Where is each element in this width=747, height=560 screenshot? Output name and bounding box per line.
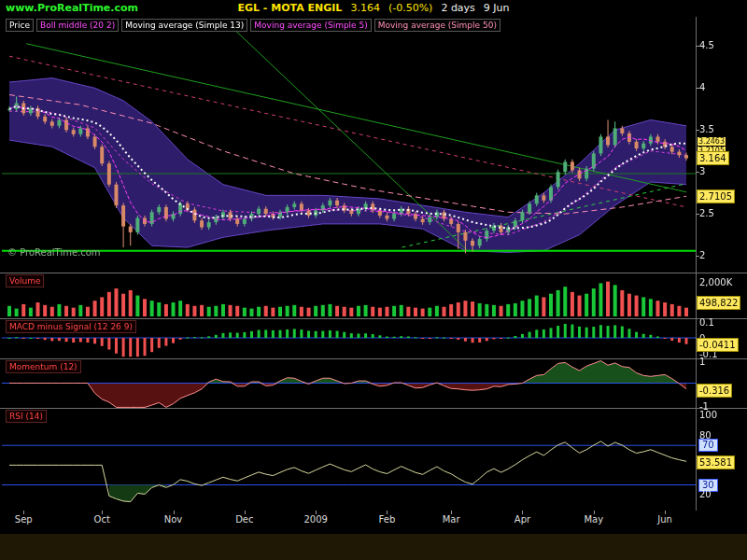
- x-axis-tick: [665, 511, 666, 514]
- symbol-name: EGL - MOTA ENGIL: [237, 2, 342, 14]
- macd-badge: -0.0411: [697, 338, 739, 352]
- x-axis-label: 2009: [302, 514, 330, 525]
- boll-middle-value-badge: 3.2463: [698, 137, 726, 146]
- legend-item[interactable]: Moving average (Simple 50): [374, 19, 500, 32]
- volume-chart-canvas[interactable]: [0, 273, 696, 318]
- volume-axis-label: 2,000K: [699, 277, 732, 287]
- bottom-margin: [0, 534, 747, 560]
- last-price-badge: 3.164: [697, 151, 729, 165]
- price-chart-canvas[interactable]: [0, 17, 696, 273]
- panel-separator: [0, 318, 747, 319]
- price-legend: PriceBoll middle (20 2)Moving average (S…: [6, 19, 500, 32]
- x-axis-label: Feb: [373, 514, 401, 525]
- x-axis-label: Dec: [231, 514, 259, 525]
- copyright-watermark: © ProRealTime.com: [7, 247, 101, 258]
- x-axis-label: Oct: [88, 514, 116, 525]
- price-axis-tick: [696, 130, 699, 131]
- x-axis-tick: [387, 511, 388, 514]
- rsi-panel-label[interactable]: RSI (14): [6, 410, 47, 423]
- price-axis-label: 3.5: [699, 124, 714, 134]
- legend-item[interactable]: Moving average (Simple 5): [250, 19, 371, 32]
- price-axis-tick: [696, 256, 699, 257]
- volume-badge: 498,822: [697, 296, 740, 310]
- momentum-axis-label: 1: [699, 357, 705, 367]
- current-date: 9 Jun: [484, 2, 510, 14]
- x-axis-tick: [451, 511, 452, 514]
- last-price: 3.164: [350, 2, 380, 14]
- momentum-badge: -0.316: [697, 384, 732, 398]
- momentum-chart-canvas[interactable]: [0, 358, 696, 408]
- panel-separator: [0, 358, 747, 359]
- x-axis-tick: [522, 511, 523, 514]
- instrument-title: EGL - MOTA ENGIL 3.164 (-0.50%) 2 days 9…: [237, 2, 509, 14]
- price-axis-label: 3: [699, 166, 705, 176]
- x-axis-tick: [23, 511, 24, 514]
- price-axis-label: 4.5: [699, 40, 714, 50]
- volume-panel-label[interactable]: Volume: [6, 274, 44, 287]
- legend-item[interactable]: Boll middle (20 2): [36, 19, 119, 32]
- prorealtime-link[interactable]: www.ProRealTime.com: [6, 2, 138, 14]
- price-axis-label: 4: [699, 82, 705, 92]
- rsi-threshold-badge: 70: [698, 439, 718, 452]
- lower-band-badge: 2.7105: [697, 189, 735, 203]
- x-axis-label: Nov: [160, 514, 188, 525]
- x-axis-tick: [174, 511, 175, 514]
- panel-separator: [0, 408, 747, 409]
- x-axis-label: Jun: [651, 514, 679, 525]
- price-axis-label: 2: [699, 250, 705, 260]
- price-axis-label: 2.5: [699, 208, 714, 218]
- price-axis-tick: [696, 214, 699, 215]
- x-axis-tick: [316, 511, 317, 514]
- rsi-badge: 53.581: [697, 455, 735, 469]
- prorealtime-chart-window: www.ProRealTime.com EGL - MOTA ENGIL 3.1…: [0, 0, 747, 560]
- rsi-chart-canvas[interactable]: [0, 408, 696, 511]
- price-axis-tick: [696, 88, 699, 89]
- rsi-axis-label: 20: [699, 489, 712, 499]
- top-bar: www.ProRealTime.com EGL - MOTA ENGIL 3.1…: [0, 0, 747, 17]
- panel-separator: [0, 273, 747, 273]
- x-axis-label: Mar: [437, 514, 465, 525]
- price-axis-border: [696, 17, 697, 511]
- rsi-axis-label: 100: [699, 410, 717, 420]
- x-axis-label: May: [580, 514, 608, 525]
- legend-item[interactable]: Price: [6, 19, 34, 32]
- momentum-panel-label[interactable]: Momentum (12): [6, 360, 81, 373]
- x-axis-label: Sep: [9, 514, 37, 525]
- macd-axis-label: 0.1: [699, 317, 714, 328]
- price-axis-tick: [696, 46, 699, 47]
- x-axis-tick: [594, 511, 595, 514]
- x-axis-tick: [245, 511, 246, 514]
- x-axis-label: Apr: [508, 514, 536, 525]
- x-axis-tick: [102, 511, 103, 514]
- price-axis-tick: [696, 172, 699, 173]
- legend-item[interactable]: Moving average (Simple 13): [121, 19, 247, 32]
- timeframe[interactable]: 2 days: [441, 2, 474, 14]
- price-change: (-0.50%): [388, 2, 433, 14]
- macd-panel-label[interactable]: MACD minus Signal (12 26 9): [6, 320, 136, 333]
